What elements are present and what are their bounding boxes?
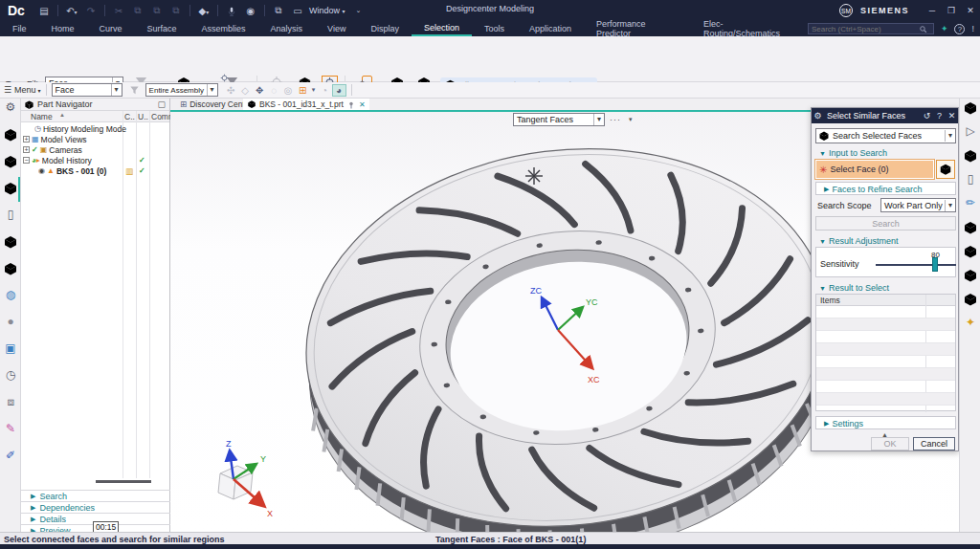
expander-icon[interactable]: + [23, 136, 30, 143]
snap-center-icon[interactable]: ◎ [281, 85, 296, 96]
copy-icon[interactable]: ⧉ [130, 5, 145, 16]
command-prediction-icon[interactable]: ✦ [941, 24, 948, 33]
tab-part-file[interactable]: BKS - 001_id31_x_t.prt ✕ [243, 99, 369, 110]
float-panel-icon[interactable]: ▢ [157, 99, 166, 109]
tab-performance-predictor[interactable]: Performance Predictor [584, 21, 691, 36]
result-row[interactable] [816, 381, 955, 393]
materials-icon[interactable]: ● [3, 315, 18, 330]
settings-group[interactable]: ▶ Settings [815, 416, 956, 429]
tree-row-cameras[interactable]: + ✓ ▣ Cameras [21, 144, 170, 155]
fit-view-icon[interactable]: ⧈ [3, 395, 18, 410]
column-created[interactable]: C.. [124, 112, 135, 121]
section-faces-refine[interactable]: ▶ Faces to Refine Search [824, 185, 922, 194]
eye-visibility-icon[interactable]: ◉ [38, 166, 45, 175]
expander-icon[interactable]: + [23, 146, 30, 153]
tangent-faces-icon[interactable] [3, 261, 18, 276]
column-updated[interactable]: U.. [138, 112, 148, 121]
minimize-button[interactable]: ─ [923, 6, 942, 15]
window-menu[interactable]: Window ▾ [309, 6, 345, 15]
column-name[interactable]: Name [31, 112, 53, 121]
tab-file[interactable]: File [0, 21, 39, 36]
tree-row-model-history[interactable]: − ◕ ▸ Model History ✓ [21, 155, 170, 165]
pin-tab-icon[interactable] [347, 99, 355, 109]
quick-scope-dropdown[interactable]: Entire Assembly▾ [145, 83, 218, 97]
view-orient-icon[interactable]: ◆▾ [196, 6, 212, 16]
web-browser-icon[interactable]: ◍ [3, 288, 18, 303]
tab-curve[interactable]: Curve [87, 21, 135, 36]
dialog-title-bar[interactable]: ⚙ Select Similar Faces ↺ ? ✕ [812, 108, 958, 123]
view-triad-cube[interactable]: Z Y X [218, 439, 273, 518]
expander-icon[interactable]: − [23, 157, 30, 164]
section-result-adjustment[interactable]: ▼ Result Adjustment [819, 236, 898, 246]
section-search[interactable]: ▶ Search [21, 490, 170, 501]
tree-row-bks-001[interactable]: ◉ ▲ BKS - 001 (0) ▥ ✓ [21, 165, 170, 176]
snap-overflow-caret[interactable]: ▾ [310, 86, 318, 94]
tab-display[interactable]: Display [358, 21, 412, 36]
reuse-library-icon[interactable]: ▯ [3, 208, 18, 223]
snap-intersection-icon[interactable]: ◕ [332, 84, 346, 97]
select-tool-icon[interactable]: ✐ [3, 449, 18, 464]
quickbar-overflow-icon[interactable]: ⌄ [350, 7, 366, 14]
ok-button[interactable]: OK [871, 437, 909, 450]
snap-end-icon[interactable]: ◇ [238, 85, 253, 96]
search-type-dropdown[interactable]: Search Selected Faces▾ [815, 128, 956, 143]
section-settings[interactable]: ▶ Settings [824, 419, 863, 428]
history-clock-icon[interactable]: ◷ [3, 368, 18, 384]
search-input[interactable] [812, 25, 919, 33]
constraint-navigator-icon[interactable] [3, 154, 18, 169]
result-row[interactable] [816, 343, 955, 356]
window-icon[interactable]: ▭ [290, 6, 305, 16]
tab-application[interactable]: Application [517, 21, 584, 36]
play-animation-icon[interactable]: ▷ [963, 124, 978, 140]
checkmark-icon[interactable]: ✓ [32, 145, 38, 154]
close-button[interactable]: ✕ [961, 6, 980, 15]
snap-quadrant-icon[interactable]: ◔ [318, 85, 332, 96]
extrude-icon[interactable] [963, 220, 978, 235]
quick-type-filter-dropdown[interactable]: Face▾ [52, 83, 122, 97]
tree-column-headers[interactable]: Name ▲ C.. U.. Comm... [21, 111, 169, 122]
synchronous-modeling-icon[interactable]: ✦ [963, 316, 978, 331]
quick-filter-icon[interactable] [127, 84, 142, 96]
save-icon[interactable]: ▤ [36, 6, 52, 16]
tab-view[interactable]: View [315, 21, 358, 36]
tab-elec-routing[interactable]: Elec-Routing/Schematics [691, 21, 808, 36]
select-face-collector[interactable]: ✳ Select Face (0) [815, 160, 934, 179]
undo-icon[interactable]: ↶▾ [64, 6, 79, 16]
cut-icon[interactable]: ✂ [111, 6, 126, 16]
section-input-to-search[interactable]: ▼ Input to Search [819, 148, 887, 158]
brake-disc-geometry[interactable] [282, 120, 858, 532]
selection-pointer-icon[interactable]: ✥ [253, 85, 267, 96]
dialog-help-icon[interactable]: ? [933, 111, 946, 121]
select-similar-faces-dialog[interactable]: ⚙ Select Similar Faces ↺ ? ✕ Search Sele… [811, 107, 959, 451]
color-palette-icon[interactable]: ✎ [3, 422, 18, 437]
items-column-header[interactable]: Items [816, 295, 955, 306]
redo-icon[interactable]: ↷ [83, 6, 99, 16]
microphone-icon[interactable] [224, 5, 239, 15]
reset-dialog-icon[interactable]: ↺ [921, 111, 933, 121]
subtract-icon[interactable] [963, 292, 978, 307]
tab-analysis[interactable]: Analysis [258, 21, 316, 36]
tab-tools[interactable]: Tools [472, 21, 517, 36]
help-icon[interactable]: ? [954, 24, 965, 34]
tab-home[interactable]: Home [39, 21, 87, 36]
tree-row-history-mode[interactable]: ◷ History Modeling Mode [21, 123, 170, 134]
copy-display-icon[interactable]: ⧉ [168, 5, 184, 16]
user-avatar[interactable]: SM [839, 4, 853, 17]
menu-button[interactable]: ☰ Menu▾ [4, 85, 41, 95]
result-row[interactable] [816, 356, 955, 368]
tab-selection[interactable]: Selection [412, 21, 472, 36]
create-snap-icon[interactable]: ⊞ [296, 85, 310, 96]
paste-icon[interactable]: ⧉ [149, 5, 165, 16]
part-navigator-header[interactable]: Part Navigator ▢ [21, 99, 169, 111]
result-row[interactable] [816, 331, 955, 343]
result-row[interactable] [816, 393, 955, 406]
show-product-outline-icon[interactable]: ▯ [963, 172, 978, 187]
restore-button[interactable]: ❐ [942, 6, 961, 15]
search-scope-dropdown[interactable]: Work Part Only▾ [880, 198, 956, 212]
sketch-icon[interactable]: ✏ [963, 196, 978, 211]
search-button[interactable]: Search [815, 216, 956, 231]
tab-surface[interactable]: Surface [135, 21, 189, 36]
hole-icon[interactable] [963, 244, 978, 259]
gear-icon[interactable]: ⚙ [3, 100, 18, 116]
result-row[interactable] [816, 318, 955, 331]
